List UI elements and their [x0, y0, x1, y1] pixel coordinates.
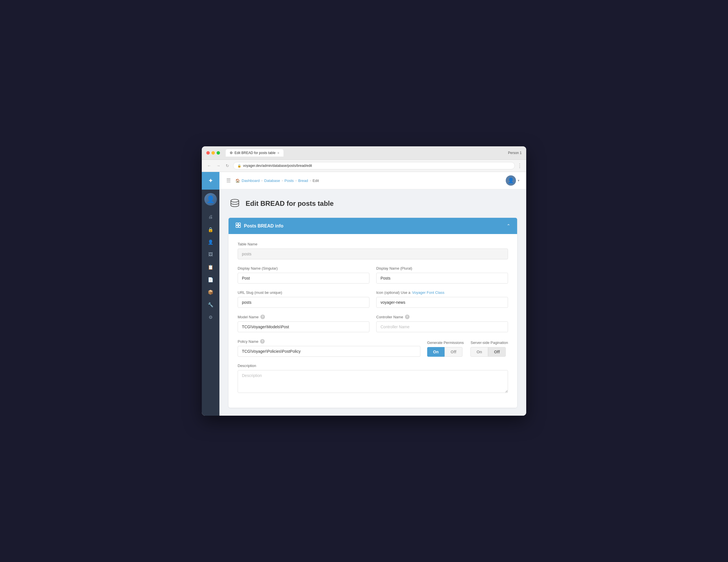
server-pagination-off-button[interactable]: Off	[488, 347, 506, 357]
model-name-help-icon[interactable]: ?	[260, 315, 265, 319]
sidebar-item-posts[interactable]: 📋	[204, 261, 217, 273]
minimize-button[interactable]	[211, 151, 215, 155]
more-icon[interactable]: ⋮	[517, 162, 522, 169]
display-name-plural-input[interactable]	[376, 273, 508, 284]
card-header-title: Posts BREAD info	[244, 223, 283, 228]
description-textarea[interactable]	[238, 370, 508, 393]
controller-name-input[interactable]	[376, 322, 508, 332]
lock-icon: 🔒	[237, 164, 241, 168]
sidebar-item-tools[interactable]: 🔧	[204, 299, 217, 310]
sidebar-item-media[interactable]: 🖼	[204, 249, 217, 260]
server-pagination-group: Server-side Pagination On Off	[470, 341, 508, 357]
app-layout: ✦ 👤 🖨 🔒 👤 🖼	[202, 172, 526, 416]
pages-icon: 📄	[208, 277, 213, 283]
tab-close-icon[interactable]: ✕	[277, 151, 279, 155]
browser-titlebar: ⚙ Edit BREAD for posts table ✕ Person 1	[202, 146, 526, 160]
sidebar-item-print[interactable]: 🖨	[204, 211, 217, 223]
top-bar: ☰ 🏠 Dashboard › Database › Posts › Bread…	[219, 172, 526, 189]
display-name-plural-group: Display Name (Plural)	[376, 266, 508, 284]
display-name-singular-input[interactable]	[238, 273, 369, 284]
posts-icon: 📋	[208, 264, 213, 270]
generate-permissions-group: Generate Permissions On Off	[427, 341, 464, 357]
model-name-group: Model Name ?	[238, 315, 369, 332]
sidebar-item-lock[interactable]: 🔒	[204, 224, 217, 235]
collapse-icon[interactable]: ⌃	[507, 223, 510, 228]
packages-icon: 📦	[208, 290, 213, 295]
avatar-image: 👤	[204, 193, 217, 205]
sidebar-item-pages[interactable]: 📄	[204, 274, 217, 285]
generate-permissions-on-button[interactable]: On	[427, 347, 445, 357]
icon-label: Icon (optional) Use a Voyager Font Class	[376, 291, 508, 295]
table-name-label: Table Name	[238, 242, 508, 246]
url-slug-input[interactable]	[238, 297, 369, 308]
close-button[interactable]	[206, 151, 210, 155]
table-name-group: Table Name	[238, 242, 508, 259]
url-icon-row: URL Slug (must be unique) Icon (optional…	[238, 291, 508, 308]
print-icon: 🖨	[208, 214, 213, 219]
refresh-button[interactable]: ↻	[224, 162, 231, 169]
database-icon	[229, 197, 241, 210]
generate-permissions-toggle: On Off	[427, 347, 464, 357]
policy-permissions-row: Policy Name ? Generate Permissions On Of…	[238, 339, 508, 357]
page-header: Edit BREAD for posts table	[229, 197, 517, 210]
chevron-down-icon: ▾	[518, 178, 519, 182]
main-content: ☰ 🏠 Dashboard › Database › Posts › Bread…	[219, 172, 526, 416]
address-bar[interactable]: 🔒 voyager.dev/admin/database/posts/bread…	[233, 162, 515, 169]
svg-rect-2	[236, 225, 238, 227]
forward-button[interactable]: →	[215, 162, 222, 169]
icon-input[interactable]	[376, 297, 508, 308]
table-name-row: Table Name	[238, 242, 508, 259]
breadcrumb-database[interactable]: Database	[264, 178, 280, 183]
page-content: Edit BREAD for posts table	[219, 189, 526, 416]
sidebar-avatar[interactable]: 👤	[204, 193, 217, 205]
url-slug-group: URL Slug (must be unique)	[238, 291, 369, 308]
avatar-figure-icon: 👤	[206, 195, 215, 203]
browser-tab[interactable]: ⚙ Edit BREAD for posts table ✕	[226, 149, 283, 156]
description-group: Description	[238, 364, 508, 393]
policy-name-group: Policy Name ?	[238, 339, 420, 357]
tab-settings-icon: ⚙	[230, 151, 233, 155]
dashboard-icon: 🏠	[235, 178, 240, 183]
breadcrumb-edit: Edit	[312, 178, 319, 183]
media-icon: 🖼	[208, 252, 213, 257]
policy-name-input[interactable]	[238, 346, 420, 357]
breadcrumb-bread[interactable]: Bread	[298, 178, 308, 183]
back-button[interactable]: ←	[206, 162, 213, 169]
breadcrumb-sep-1: ›	[262, 179, 263, 182]
description-label: Description	[238, 364, 508, 368]
breadcrumb-sep-2: ›	[282, 179, 283, 182]
description-row: Description	[238, 364, 508, 393]
lock-sidebar-icon: 🔒	[208, 227, 213, 232]
window-controls	[206, 151, 220, 155]
page-title: Edit BREAD for posts table	[246, 199, 334, 207]
sidebar-item-packages[interactable]: 📦	[204, 287, 217, 298]
display-name-plural-label: Display Name (Plural)	[376, 266, 508, 270]
settings-icon: ⚙	[209, 315, 213, 320]
generate-permissions-label: Generate Permissions	[427, 341, 464, 345]
policy-name-label: Policy Name ?	[238, 339, 420, 344]
maximize-button[interactable]	[217, 151, 220, 155]
controller-name-help-icon[interactable]: ?	[405, 315, 410, 319]
breadcrumb-sep-3: ›	[295, 179, 297, 182]
generate-permissions-off-button[interactable]: Off	[445, 347, 462, 357]
server-pagination-on-button[interactable]: On	[470, 347, 488, 357]
table-name-input[interactable]	[238, 248, 508, 259]
card-header-left: Posts BREAD info	[235, 222, 283, 229]
breadcrumb-posts[interactable]: Posts	[285, 178, 294, 183]
sidebar-item-settings[interactable]: ⚙	[204, 312, 217, 323]
controller-name-group: Controller Name ?	[376, 315, 508, 332]
sidebar: ✦ 👤 🖨 🔒 👤 🖼	[202, 172, 219, 416]
user-menu[interactable]: 👤 ▾	[506, 175, 519, 186]
tab-title: Edit BREAD for posts table	[235, 151, 275, 155]
model-name-input[interactable]	[238, 322, 369, 332]
breadcrumb-dashboard[interactable]: Dashboard	[242, 178, 260, 183]
policy-name-help-icon[interactable]: ?	[260, 339, 265, 344]
sidebar-logo[interactable]: ✦	[202, 172, 219, 189]
sidebar-item-user[interactable]: 👤	[204, 236, 217, 248]
browser-window: ⚙ Edit BREAD for posts table ✕ Person 1 …	[202, 146, 526, 416]
display-name-singular-group: Display Name (Singular)	[238, 266, 369, 284]
hamburger-icon[interactable]: ☰	[226, 177, 231, 184]
icon-group: Icon (optional) Use a Voyager Font Class	[376, 291, 508, 308]
svg-rect-4	[238, 225, 240, 227]
voyager-font-class-link[interactable]: Voyager Font Class	[412, 291, 444, 295]
